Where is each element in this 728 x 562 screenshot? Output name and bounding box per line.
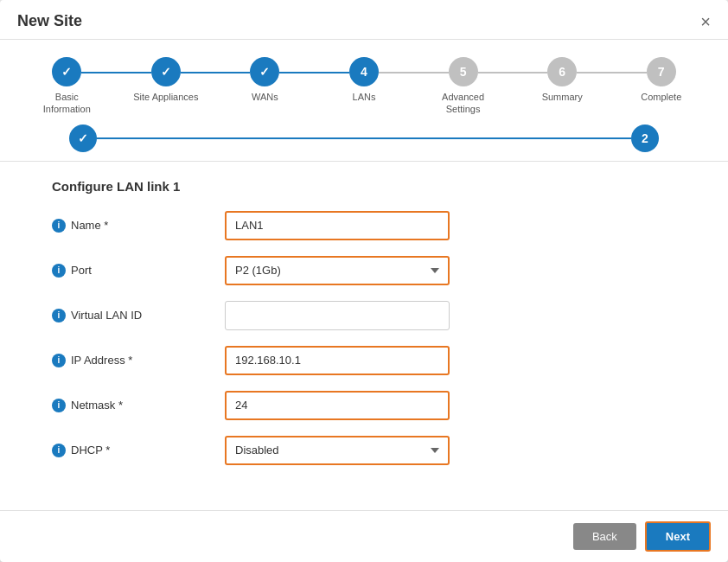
back-button[interactable]: Back: [573, 523, 636, 550]
sub-step-1[interactable]: ✓: [69, 125, 97, 152]
close-button[interactable]: ×: [700, 13, 711, 30]
ip-address-input[interactable]: [225, 346, 450, 375]
info-icon-port: i: [52, 264, 66, 278]
step-circle-lans: 4: [349, 57, 379, 86]
form-row-dhcp: i DHCP * Disabled Enabled: [52, 436, 676, 465]
step-advanced-settings[interactable]: 5 AdvancedSettings: [413, 57, 513, 116]
info-icon-ip: i: [52, 354, 66, 367]
sub-track-line-1: [97, 137, 631, 139]
dialog-footer: Back Next: [0, 510, 728, 562]
label-text-port: Port: [71, 264, 92, 277]
step-label-site-appliances: Site Appliances: [133, 91, 198, 103]
name-input[interactable]: [225, 211, 450, 240]
form-row-name: i Name *: [52, 211, 676, 240]
next-button[interactable]: Next: [645, 521, 711, 552]
form-label-netmask: i Netmask *: [52, 399, 225, 412]
step-label-complete: Complete: [641, 91, 681, 103]
step-circle-complete: 7: [647, 57, 676, 86]
step-label-summary: Summary: [542, 91, 583, 103]
step-summary[interactable]: 6 Summary: [513, 57, 612, 103]
step-wans[interactable]: ✓ WANs: [215, 57, 315, 103]
info-icon-name: i: [52, 219, 66, 233]
form-label-ip: i IP Address *: [52, 354, 225, 367]
port-select[interactable]: P2 (1Gb) P1 (1Gb) P3 (1Gb): [225, 256, 450, 285]
form-row-port: i Port P2 (1Gb) P1 (1Gb) P3 (1Gb): [52, 256, 676, 285]
step-label-basic-information: BasicInformation: [43, 91, 91, 116]
step-circle-wans: ✓: [250, 57, 279, 86]
sub-steps: ✓ 2: [0, 125, 728, 161]
label-text-vlan: Virtual LAN ID: [71, 309, 142, 322]
label-text-dhcp: DHCP *: [71, 444, 110, 457]
form-label-vlan: i Virtual LAN ID: [52, 309, 225, 323]
vlan-input[interactable]: [225, 301, 450, 330]
step-site-appliances[interactable]: ✓ Site Appliances: [117, 57, 216, 103]
step-circle-site-appliances: ✓: [151, 57, 181, 86]
sub-step-2[interactable]: 2: [631, 125, 659, 152]
form-label-name: i Name *: [52, 219, 225, 233]
info-icon-dhcp: i: [52, 444, 66, 457]
info-icon-vlan: i: [52, 309, 66, 323]
new-site-dialog: New Site × ✓ BasicInformation ✓ Site App…: [0, 0, 728, 562]
form-row-ip: i IP Address *: [52, 346, 676, 375]
dialog-title: New Site: [17, 12, 82, 30]
dhcp-select[interactable]: Disabled Enabled: [225, 436, 450, 465]
label-text-name: Name *: [71, 219, 108, 232]
form-row-vlan: i Virtual LAN ID: [52, 301, 676, 330]
form-content: Configure LAN link 1 i Name * i Port P2 …: [0, 170, 728, 510]
step-basic-information[interactable]: ✓ BasicInformation: [17, 57, 117, 116]
dialog-header: New Site ×: [0, 0, 728, 40]
form-label-dhcp: i DHCP *: [52, 444, 225, 457]
divider: [0, 161, 728, 162]
section-title: Configure LAN link 1: [52, 179, 676, 194]
step-circle-advanced-settings: 5: [449, 57, 478, 86]
step-label-lans: LANs: [353, 91, 376, 103]
step-circle-basic-information: ✓: [52, 57, 81, 86]
form-label-port: i Port: [52, 264, 225, 278]
step-label-wans: WANs: [252, 91, 278, 103]
info-icon-netmask: i: [52, 399, 66, 412]
step-lans[interactable]: 4 LANs: [315, 57, 414, 103]
step-complete[interactable]: 7 Complete: [611, 57, 711, 103]
label-text-netmask: Netmask *: [71, 399, 123, 412]
wizard-steps: ✓ BasicInformation ✓ Site Appliances ✓ W…: [0, 40, 728, 125]
step-label-advanced-settings: AdvancedSettings: [442, 91, 484, 116]
label-text-ip: IP Address *: [71, 354, 132, 367]
sub-step-track: ✓ 2: [17, 125, 711, 152]
step-circle-summary: 6: [547, 57, 577, 86]
netmask-input[interactable]: [225, 391, 450, 420]
form-row-netmask: i Netmask *: [52, 391, 676, 420]
